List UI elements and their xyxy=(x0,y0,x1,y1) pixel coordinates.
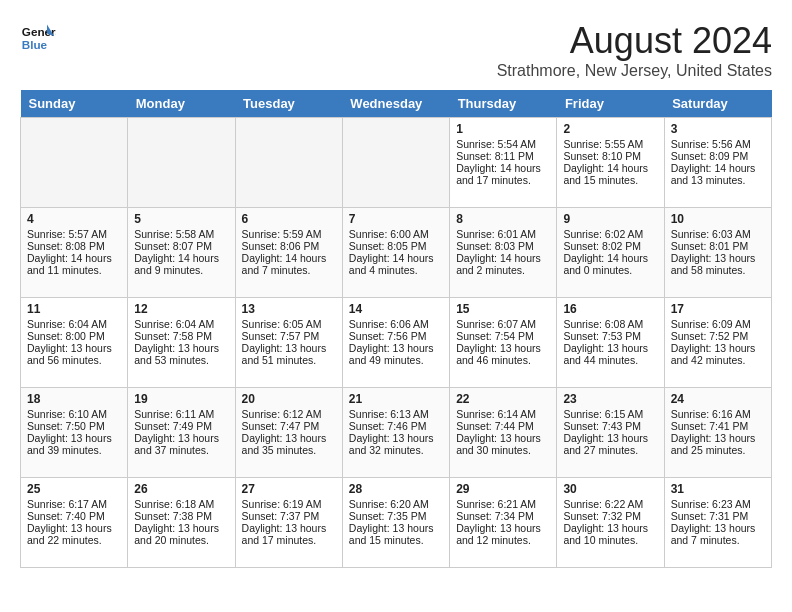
date-number: 12 xyxy=(134,302,228,316)
sunrise-text: Sunrise: 5:55 AM xyxy=(563,138,657,150)
date-number: 25 xyxy=(27,482,121,496)
subtitle: Strathmore, New Jersey, United States xyxy=(497,62,772,80)
sunrise-text: Sunrise: 6:13 AM xyxy=(349,408,443,420)
sunset-text: Sunset: 7:38 PM xyxy=(134,510,228,522)
sunset-text: Sunset: 7:35 PM xyxy=(349,510,443,522)
daylight-text: Daylight: 13 hours and 20 minutes. xyxy=(134,522,228,546)
week-row-1: 1Sunrise: 5:54 AMSunset: 8:11 PMDaylight… xyxy=(21,118,772,208)
week-row-4: 18Sunrise: 6:10 AMSunset: 7:50 PMDayligh… xyxy=(21,388,772,478)
sunrise-text: Sunrise: 6:11 AM xyxy=(134,408,228,420)
calendar-cell: 20Sunrise: 6:12 AMSunset: 7:47 PMDayligh… xyxy=(235,388,342,478)
date-number: 5 xyxy=(134,212,228,226)
calendar-cell: 16Sunrise: 6:08 AMSunset: 7:53 PMDayligh… xyxy=(557,298,664,388)
sunrise-text: Sunrise: 6:08 AM xyxy=(563,318,657,330)
calendar-cell: 5Sunrise: 5:58 AMSunset: 8:07 PMDaylight… xyxy=(128,208,235,298)
date-number: 9 xyxy=(563,212,657,226)
date-number: 13 xyxy=(242,302,336,316)
date-number: 17 xyxy=(671,302,765,316)
calendar-cell: 4Sunrise: 5:57 AMSunset: 8:08 PMDaylight… xyxy=(21,208,128,298)
daylight-text: Daylight: 13 hours and 58 minutes. xyxy=(671,252,765,276)
calendar-cell xyxy=(128,118,235,208)
calendar-cell: 31Sunrise: 6:23 AMSunset: 7:31 PMDayligh… xyxy=(664,478,771,568)
sunset-text: Sunset: 7:43 PM xyxy=(563,420,657,432)
sunrise-text: Sunrise: 6:22 AM xyxy=(563,498,657,510)
sunset-text: Sunset: 7:50 PM xyxy=(27,420,121,432)
calendar-cell: 23Sunrise: 6:15 AMSunset: 7:43 PMDayligh… xyxy=(557,388,664,478)
date-number: 15 xyxy=(456,302,550,316)
sunrise-text: Sunrise: 5:54 AM xyxy=(456,138,550,150)
daylight-text: Daylight: 13 hours and 7 minutes. xyxy=(671,522,765,546)
sunset-text: Sunset: 8:11 PM xyxy=(456,150,550,162)
date-number: 16 xyxy=(563,302,657,316)
date-number: 4 xyxy=(27,212,121,226)
sunset-text: Sunset: 7:46 PM xyxy=(349,420,443,432)
sunset-text: Sunset: 7:40 PM xyxy=(27,510,121,522)
calendar-cell: 7Sunrise: 6:00 AMSunset: 8:05 PMDaylight… xyxy=(342,208,449,298)
calendar-cell: 30Sunrise: 6:22 AMSunset: 7:32 PMDayligh… xyxy=(557,478,664,568)
date-number: 26 xyxy=(134,482,228,496)
sunrise-text: Sunrise: 6:14 AM xyxy=(456,408,550,420)
sunrise-text: Sunrise: 6:23 AM xyxy=(671,498,765,510)
date-number: 31 xyxy=(671,482,765,496)
calendar-cell: 10Sunrise: 6:03 AMSunset: 8:01 PMDayligh… xyxy=(664,208,771,298)
date-number: 19 xyxy=(134,392,228,406)
sunrise-text: Sunrise: 6:01 AM xyxy=(456,228,550,240)
calendar-cell: 25Sunrise: 6:17 AMSunset: 7:40 PMDayligh… xyxy=(21,478,128,568)
sunset-text: Sunset: 7:37 PM xyxy=(242,510,336,522)
sunrise-text: Sunrise: 5:59 AM xyxy=(242,228,336,240)
calendar-cell: 17Sunrise: 6:09 AMSunset: 7:52 PMDayligh… xyxy=(664,298,771,388)
header-row: SundayMondayTuesdayWednesdayThursdayFrid… xyxy=(21,90,772,118)
date-number: 30 xyxy=(563,482,657,496)
daylight-text: Daylight: 13 hours and 49 minutes. xyxy=(349,342,443,366)
day-header-sunday: Sunday xyxy=(21,90,128,118)
week-row-3: 11Sunrise: 6:04 AMSunset: 8:00 PMDayligh… xyxy=(21,298,772,388)
calendar-cell xyxy=(342,118,449,208)
sunrise-text: Sunrise: 6:20 AM xyxy=(349,498,443,510)
calendar-cell xyxy=(235,118,342,208)
sunrise-text: Sunrise: 6:21 AM xyxy=(456,498,550,510)
daylight-text: Daylight: 14 hours and 15 minutes. xyxy=(563,162,657,186)
logo-icon: General Blue xyxy=(20,20,56,56)
daylight-text: Daylight: 13 hours and 35 minutes. xyxy=(242,432,336,456)
date-number: 21 xyxy=(349,392,443,406)
sunrise-text: Sunrise: 6:16 AM xyxy=(671,408,765,420)
sunset-text: Sunset: 8:03 PM xyxy=(456,240,550,252)
calendar-cell: 19Sunrise: 6:11 AMSunset: 7:49 PMDayligh… xyxy=(128,388,235,478)
calendar-cell: 18Sunrise: 6:10 AMSunset: 7:50 PMDayligh… xyxy=(21,388,128,478)
date-number: 7 xyxy=(349,212,443,226)
title-section: August 2024 Strathmore, New Jersey, Unit… xyxy=(497,20,772,80)
logo: General Blue xyxy=(20,20,56,56)
sunset-text: Sunset: 7:32 PM xyxy=(563,510,657,522)
sunset-text: Sunset: 7:31 PM xyxy=(671,510,765,522)
date-number: 14 xyxy=(349,302,443,316)
daylight-text: Daylight: 13 hours and 37 minutes. xyxy=(134,432,228,456)
sunset-text: Sunset: 8:10 PM xyxy=(563,150,657,162)
sunrise-text: Sunrise: 6:17 AM xyxy=(27,498,121,510)
date-number: 18 xyxy=(27,392,121,406)
sunset-text: Sunset: 8:07 PM xyxy=(134,240,228,252)
daylight-text: Daylight: 13 hours and 51 minutes. xyxy=(242,342,336,366)
sunrise-text: Sunrise: 6:06 AM xyxy=(349,318,443,330)
svg-text:Blue: Blue xyxy=(22,38,48,51)
sunrise-text: Sunrise: 5:57 AM xyxy=(27,228,121,240)
calendar-cell: 21Sunrise: 6:13 AMSunset: 7:46 PMDayligh… xyxy=(342,388,449,478)
daylight-text: Daylight: 14 hours and 2 minutes. xyxy=(456,252,550,276)
sunrise-text: Sunrise: 6:18 AM xyxy=(134,498,228,510)
sunrise-text: Sunrise: 6:02 AM xyxy=(563,228,657,240)
daylight-text: Daylight: 13 hours and 27 minutes. xyxy=(563,432,657,456)
calendar-cell: 27Sunrise: 6:19 AMSunset: 7:37 PMDayligh… xyxy=(235,478,342,568)
calendar-cell: 11Sunrise: 6:04 AMSunset: 8:00 PMDayligh… xyxy=(21,298,128,388)
daylight-text: Daylight: 14 hours and 17 minutes. xyxy=(456,162,550,186)
main-title: August 2024 xyxy=(497,20,772,62)
date-number: 29 xyxy=(456,482,550,496)
daylight-text: Daylight: 13 hours and 44 minutes. xyxy=(563,342,657,366)
sunset-text: Sunset: 7:44 PM xyxy=(456,420,550,432)
date-number: 23 xyxy=(563,392,657,406)
daylight-text: Daylight: 14 hours and 11 minutes. xyxy=(27,252,121,276)
sunset-text: Sunset: 8:06 PM xyxy=(242,240,336,252)
sunrise-text: Sunrise: 6:05 AM xyxy=(242,318,336,330)
date-number: 11 xyxy=(27,302,121,316)
calendar-table: SundayMondayTuesdayWednesdayThursdayFrid… xyxy=(20,90,772,568)
date-number: 6 xyxy=(242,212,336,226)
daylight-text: Daylight: 13 hours and 12 minutes. xyxy=(456,522,550,546)
